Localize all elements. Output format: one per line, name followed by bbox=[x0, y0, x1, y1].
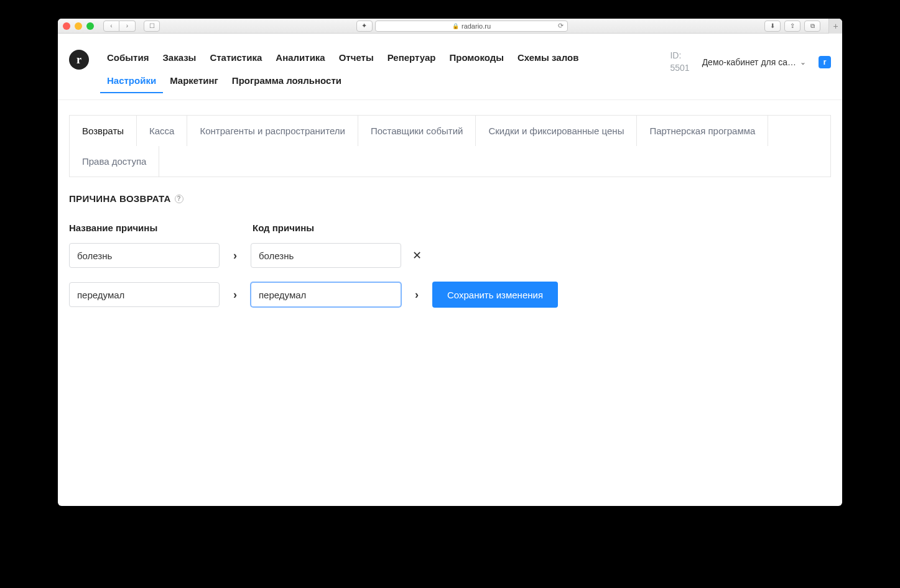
nav-item[interactable]: Программа лояльности bbox=[225, 69, 348, 93]
lock-icon: 🔒 bbox=[452, 23, 459, 29]
back-button[interactable]: ‹ bbox=[103, 21, 119, 32]
column-headers: Название причины Код причины bbox=[69, 223, 831, 233]
tab[interactable]: Касса bbox=[137, 116, 187, 146]
nav-buttons: ‹ › bbox=[103, 21, 136, 32]
app-square-icon[interactable]: r bbox=[819, 56, 831, 68]
nav-item[interactable]: Настройки bbox=[100, 69, 163, 93]
reason-name-input[interactable] bbox=[69, 282, 220, 307]
reason-row: ››Сохранить изменения bbox=[69, 282, 831, 308]
tab[interactable]: Скидки и фиксированные цены bbox=[476, 116, 637, 146]
zoom-window-button[interactable] bbox=[86, 22, 94, 30]
close-window-button[interactable] bbox=[63, 22, 70, 30]
sidebar-toggle-button[interactable]: ☐ bbox=[144, 21, 160, 32]
nav-item[interactable]: Аналитика bbox=[269, 46, 332, 69]
nav-item[interactable]: Схемы залов bbox=[511, 46, 585, 69]
nav-item[interactable]: Статистика bbox=[203, 46, 269, 69]
tab[interactable]: Партнерская программа bbox=[637, 116, 768, 146]
browser-window: ‹ › ☐ ✦ 🔒 radario.ru ⟳ ⬇ ⇪ ⧉ + r События… bbox=[58, 19, 842, 506]
address-bar[interactable]: 🔒 radario.ru ⟳ bbox=[375, 21, 568, 32]
content: ВозвратыКассаКонтрагенты и распространит… bbox=[58, 100, 842, 506]
reason-name-input[interactable] bbox=[69, 243, 220, 268]
main-nav: СобытияЗаказыСтатистикаАналитикаОтчетыРе… bbox=[100, 46, 641, 93]
downloads-button[interactable]: ⬇ bbox=[764, 21, 781, 32]
chevron-right-icon: › bbox=[220, 288, 251, 301]
account-dropdown[interactable]: Демо-кабинет для са… ⌄ bbox=[702, 57, 806, 67]
section-title: ПРИЧИНА ВОЗВРАТА ? bbox=[69, 193, 831, 204]
reload-icon[interactable]: ⟳ bbox=[558, 22, 564, 30]
nav-item[interactable]: Заказы bbox=[155, 46, 203, 69]
app-logo[interactable]: r bbox=[69, 50, 89, 70]
app-header: r СобытияЗаказыСтатистикаАналитикаОтчеты… bbox=[58, 34, 842, 100]
column-header-code: Код причины bbox=[253, 223, 314, 233]
delete-row-icon[interactable]: ✕ bbox=[401, 249, 432, 262]
share-button[interactable]: ⇪ bbox=[784, 21, 800, 32]
forward-button[interactable]: › bbox=[119, 21, 136, 32]
header-right: ID: 5501 Демо-кабинет для са… ⌄ r bbox=[670, 46, 831, 74]
reader-toggle-button[interactable]: ✦ bbox=[356, 21, 373, 32]
reason-code-input[interactable] bbox=[251, 243, 401, 268]
tabs-button[interactable]: ⧉ bbox=[804, 21, 820, 32]
tab[interactable]: Права доступа bbox=[70, 146, 159, 177]
titlebar-right: ⬇ ⇪ ⧉ bbox=[764, 21, 820, 32]
window-controls bbox=[63, 22, 94, 30]
minimize-window-button[interactable] bbox=[75, 22, 82, 30]
tab[interactable]: Контрагенты и распространители bbox=[187, 116, 358, 146]
nav-item[interactable]: Промокоды bbox=[442, 46, 511, 69]
chevron-right-icon: › bbox=[401, 288, 432, 301]
save-changes-button[interactable]: Сохранить изменения bbox=[432, 282, 558, 308]
column-header-name: Название причины bbox=[69, 223, 253, 233]
refund-reason-form: Название причины Код причины ›✕››Сохрани… bbox=[69, 223, 831, 308]
section-title-text: ПРИЧИНА ВОЗВРАТА bbox=[69, 193, 171, 204]
settings-tabs: ВозвратыКассаКонтрагенты и распространит… bbox=[69, 115, 831, 177]
help-icon[interactable]: ? bbox=[175, 195, 183, 203]
account-id: ID: 5501 bbox=[670, 50, 689, 74]
nav-item[interactable]: События bbox=[100, 46, 155, 69]
chevron-right-icon: › bbox=[220, 249, 251, 262]
id-value: 5501 bbox=[670, 62, 689, 75]
nav-item[interactable]: Маркетинг bbox=[163, 69, 225, 93]
nav-item[interactable]: Репертуар bbox=[381, 46, 443, 69]
tab[interactable]: Поставщики событий bbox=[358, 116, 476, 146]
reason-row: ›✕ bbox=[69, 243, 831, 268]
id-label: ID: bbox=[670, 50, 689, 62]
new-tab-button[interactable]: + bbox=[828, 19, 842, 34]
titlebar: ‹ › ☐ ✦ 🔒 radario.ru ⟳ ⬇ ⇪ ⧉ + bbox=[58, 19, 842, 34]
account-label: Демо-кабинет для са… bbox=[702, 57, 796, 67]
address-host: radario.ru bbox=[462, 22, 491, 30]
chevron-down-icon: ⌄ bbox=[800, 58, 806, 67]
tab[interactable]: Возвраты bbox=[70, 116, 137, 146]
reason-code-input[interactable] bbox=[251, 282, 401, 307]
nav-item[interactable]: Отчеты bbox=[332, 46, 381, 69]
